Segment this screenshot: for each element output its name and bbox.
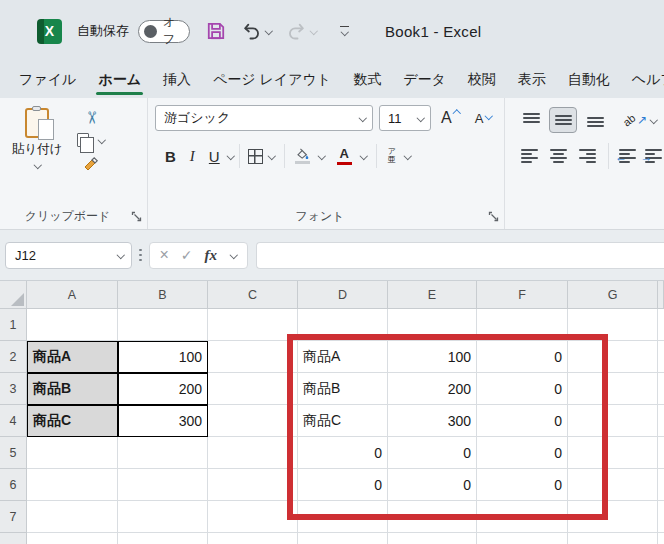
borders-button[interactable] (244, 147, 280, 166)
row-header-7[interactable]: 7 (0, 501, 27, 533)
cell-G1[interactable] (568, 309, 658, 341)
phonetic-dropdown-icon[interactable] (404, 152, 412, 160)
tab-file[interactable]: ファイル (8, 62, 87, 98)
align-middle-button[interactable] (549, 107, 577, 133)
cell-C8[interactable] (208, 533, 298, 544)
phonetic-guide-button[interactable]: ア亜 (381, 146, 416, 166)
row-header-3[interactable]: 3 (0, 373, 27, 405)
increase-font-size-button[interactable]: A (437, 107, 465, 129)
col-header-A[interactable]: A (27, 281, 118, 309)
format-painter-button[interactable] (77, 154, 106, 172)
cell-F4[interactable]: 0 (477, 405, 568, 437)
font-color-button[interactable]: A (330, 145, 372, 167)
tab-automate[interactable]: 自動化 (557, 62, 621, 98)
cell-B1[interactable] (118, 309, 208, 341)
cell-E7[interactable] (388, 501, 477, 533)
cell-A1[interactable] (27, 309, 118, 341)
cell-C2[interactable] (208, 341, 298, 373)
row-header-4[interactable]: 4 (0, 405, 27, 437)
cancel-icon[interactable]: × (160, 247, 169, 263)
font-size-dropdown-icon[interactable] (416, 114, 424, 122)
tab-review[interactable]: 校閲 (457, 62, 507, 98)
cell-C5[interactable] (208, 437, 298, 469)
bold-button[interactable]: B (158, 146, 183, 167)
cell-C6[interactable] (208, 469, 298, 501)
fx-dropdown-icon[interactable] (229, 251, 237, 259)
tab-data[interactable]: データ (392, 62, 457, 98)
cell-G8[interactable] (568, 533, 658, 544)
formula-bar-handle[interactable] (139, 249, 142, 262)
cell-B2[interactable]: 100 (118, 341, 208, 373)
cell-clipped[interactable] (658, 309, 664, 341)
align-center-button[interactable] (546, 143, 571, 169)
cell-D3[interactable]: 商品B (298, 373, 388, 405)
undo-dropdown-icon[interactable] (264, 27, 272, 35)
enter-icon[interactable]: ✓ (181, 248, 193, 262)
cell-A4[interactable]: 商品C (27, 405, 118, 437)
cell-E5[interactable]: 0 (388, 437, 477, 469)
cell-D4[interactable]: 商品C (298, 405, 388, 437)
cell-F7[interactable] (477, 501, 568, 533)
cell-A7[interactable] (27, 501, 118, 533)
underline-dropdown-icon[interactable] (227, 152, 235, 160)
redo-button[interactable] (287, 22, 317, 40)
insert-function-icon[interactable]: fx (205, 248, 218, 263)
cell-A8[interactable] (27, 533, 118, 544)
cell-C7[interactable] (208, 501, 298, 533)
row-header-6[interactable]: 6 (0, 469, 27, 501)
cell-F1[interactable] (477, 309, 568, 341)
select-all-corner[interactable] (0, 281, 27, 309)
cell-A6[interactable] (27, 469, 118, 501)
cell-F3[interactable]: 0 (477, 373, 568, 405)
fill-color-button[interactable] (289, 146, 330, 167)
cell-G3[interactable] (568, 373, 658, 405)
cell-A3[interactable]: 商品B (27, 373, 118, 405)
font-size-combobox[interactable]: 11 (379, 105, 431, 131)
copy-button[interactable] (77, 133, 106, 147)
cell-A5[interactable] (27, 437, 118, 469)
cell-E4[interactable]: 300 (388, 405, 477, 437)
tab-formulas[interactable]: 数式 (342, 62, 392, 98)
increase-indent-button[interactable]: → (643, 147, 664, 165)
cell-A2[interactable]: 商品A (27, 341, 118, 373)
row-header-8[interactable]: 8 (0, 533, 27, 544)
save-button[interactable] (206, 21, 226, 41)
cut-button[interactable]: ✂ (77, 109, 106, 126)
col-header-E[interactable]: E (388, 281, 477, 309)
redo-dropdown-icon[interactable] (309, 27, 317, 35)
cell-E1[interactable] (388, 309, 477, 341)
cell-clipped[interactable] (658, 437, 664, 469)
cell-D1[interactable] (298, 309, 388, 341)
row-header-2[interactable]: 2 (0, 341, 27, 373)
autosave-toggle[interactable]: オフ (138, 20, 190, 43)
cell-clipped[interactable] (658, 373, 664, 405)
tab-home[interactable]: ホーム (87, 62, 152, 98)
paste-dropdown-icon[interactable] (33, 161, 41, 169)
cell-E2[interactable]: 100 (388, 341, 477, 373)
tab-page-layout[interactable]: ページ レイアウト (202, 62, 342, 98)
col-header-G[interactable]: G (568, 281, 658, 309)
cell-B3[interactable]: 200 (118, 373, 208, 405)
font-color-dropdown-icon[interactable] (360, 152, 368, 160)
col-header-C[interactable]: C (208, 281, 298, 309)
align-bottom-button[interactable] (581, 107, 609, 133)
cell-D2[interactable]: 商品A (298, 341, 388, 373)
copy-dropdown-icon[interactable] (98, 136, 106, 144)
undo-button[interactable] (242, 22, 272, 40)
tab-view[interactable]: 表示 (507, 62, 557, 98)
align-left-button[interactable] (517, 143, 542, 169)
cell-B8[interactable] (118, 533, 208, 544)
cell-D5[interactable]: 0 (298, 437, 388, 469)
cell-G2[interactable] (568, 341, 658, 373)
cell-G7[interactable] (568, 501, 658, 533)
col-header-clipped[interactable] (658, 281, 664, 309)
col-header-F[interactable]: F (477, 281, 568, 309)
cell-D7[interactable] (298, 501, 388, 533)
align-top-button[interactable] (517, 107, 545, 133)
col-header-B[interactable]: B (118, 281, 208, 309)
cell-clipped[interactable] (658, 501, 664, 533)
font-name-dropdown-icon[interactable] (358, 114, 366, 122)
cell-G5[interactable] (568, 437, 658, 469)
cell-C3[interactable] (208, 373, 298, 405)
cell-F8[interactable] (477, 533, 568, 544)
